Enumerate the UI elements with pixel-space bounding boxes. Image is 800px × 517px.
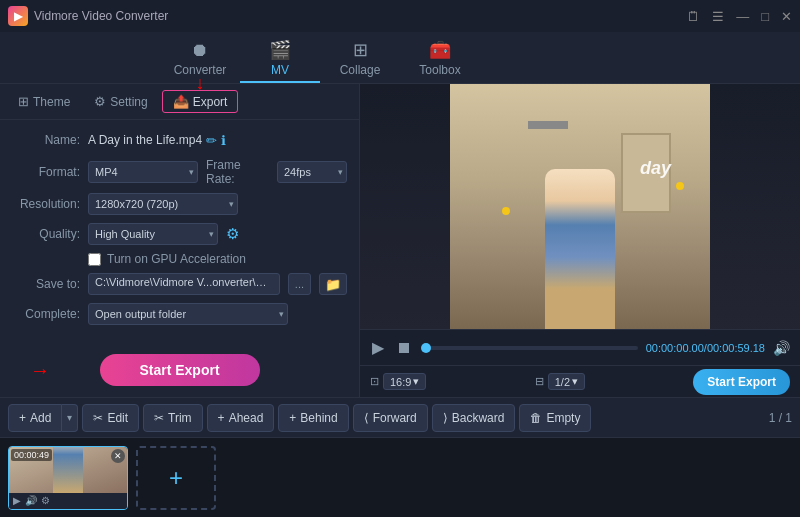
forward-button[interactable]: ⟨ Forward (353, 404, 428, 432)
start-export-small-button[interactable]: Start Export (693, 369, 790, 395)
format-select-wrapper: MP4 (88, 161, 198, 183)
info-icon[interactable]: ℹ (221, 133, 226, 148)
tab-toolbox[interactable]: 🧰 Toolbox (400, 35, 480, 83)
trim-button[interactable]: ✂ Trim (143, 404, 203, 432)
subtab-export-label: Export (193, 95, 228, 109)
video-center: day (450, 84, 710, 329)
subtab-setting-label: Setting (110, 95, 147, 109)
format-select[interactable]: MP4 (88, 161, 198, 183)
video-dot-left (502, 207, 510, 215)
ratio-icon: ⊡ (370, 375, 379, 388)
trash-icon: 🗑 (530, 411, 542, 425)
tab-mv[interactable]: 🎬 MV (240, 35, 320, 83)
ahead-button[interactable]: + Ahead (207, 404, 275, 432)
add-clip-button[interactable]: + (136, 446, 216, 510)
add-button[interactable]: + Add (8, 404, 62, 432)
video-left-blur (360, 84, 450, 329)
title-bar-right: 🗒 ☰ — □ ✕ (687, 9, 792, 24)
add-dropdown-button[interactable]: ▾ (62, 404, 78, 432)
resolution-row: Resolution: 1280x720 (720p) (12, 192, 347, 216)
video-day-text: day (640, 158, 671, 179)
converter-icon: ⏺ (191, 40, 209, 61)
right-panel: day ▶ ⏹ 00:00:00.00/00:00:59.18 🔊 ⊡ 16 (360, 84, 800, 397)
video-dot-right (676, 182, 684, 190)
time-display: 00:00:00.00/00:00:59.18 (646, 342, 765, 354)
quality-row: Quality: High Quality ⚙ (12, 222, 347, 246)
sub-tabs: ⊞ Theme ⚙ Setting ↓ 📤 Export (0, 84, 359, 120)
complete-select-wrapper: Open output folder (88, 303, 288, 325)
collage-icon: ⊞ (353, 39, 368, 61)
trim-icon: ✂ (154, 411, 164, 425)
gpu-label: Turn on GPU Acceleration (107, 252, 246, 266)
start-export-main-button[interactable]: Start Export (100, 354, 260, 386)
forward-icon: ⟨ (364, 411, 369, 425)
stop-button[interactable]: ⏹ (394, 337, 414, 359)
timeline: 00:00:49 ✕ ▶ 🔊 ⚙ + (0, 437, 800, 517)
menu-icon[interactable]: ☰ (712, 9, 724, 24)
ratio-selector: ⊡ 16:9 ▾ (370, 373, 426, 390)
resolution-select-wrapper: 1280x720 (720p) (88, 193, 238, 215)
saveto-folder-button[interactable]: 📁 (319, 273, 347, 295)
framerate-select[interactable]: 24fps (277, 161, 347, 183)
progress-bar[interactable] (422, 346, 638, 350)
progress-dot (421, 343, 431, 353)
arrow-right-icon: → (30, 359, 50, 382)
note-icon[interactable]: 🗒 (687, 9, 700, 24)
tab-mv-label: MV (271, 63, 289, 77)
format-row: Format: MP4 Frame Rate: 24fps (12, 158, 347, 186)
gpu-row: Turn on GPU Acceleration (12, 252, 347, 266)
backward-button[interactable]: ⟩ Backward (432, 404, 516, 432)
edit-icon[interactable]: ✏ (206, 133, 217, 148)
maximize-button[interactable]: □ (761, 9, 769, 24)
clip-person (53, 446, 83, 493)
page-selector: ⊟ 1/2 ▾ (535, 373, 585, 390)
clip-play-icon[interactable]: ▶ (13, 495, 21, 506)
clip-volume-icon[interactable]: 🔊 (25, 495, 37, 506)
page-icon: ⊟ (535, 375, 544, 388)
edit-button[interactable]: ✂ Edit (82, 404, 139, 432)
name-label: Name: (12, 133, 80, 147)
clip-controls: ▶ 🔊 ⚙ (9, 493, 127, 509)
video-sub-controls: ⊡ 16:9 ▾ ⊟ 1/2 ▾ Start Export (360, 365, 800, 397)
resolution-label: Resolution: (12, 197, 80, 211)
export-icon: 📤 (173, 94, 189, 109)
complete-select[interactable]: Open output folder (88, 303, 288, 325)
video-person (545, 169, 615, 329)
saveto-path: C:\Vidmore\Vidmore V...onverter\MV Expor… (88, 273, 280, 295)
complete-row: Complete: Open output folder (12, 302, 347, 326)
play-button[interactable]: ▶ (370, 336, 386, 359)
theme-icon: ⊞ (18, 94, 29, 109)
quality-select[interactable]: High Quality (88, 223, 218, 245)
edit-icon: ✂ (93, 411, 103, 425)
page-count: 1 / 1 (769, 411, 792, 425)
tab-collage[interactable]: ⊞ Collage (320, 35, 400, 83)
form-area: Name: A Day in the Life.mp4 ✏ ℹ Format: … (0, 120, 359, 334)
name-value: A Day in the Life.mp4 ✏ ℹ (88, 133, 226, 148)
subtab-export[interactable]: ↓ 📤 Export (162, 90, 239, 113)
subtab-theme[interactable]: ⊞ Theme (8, 91, 80, 112)
page-button[interactable]: 1/2 ▾ (548, 373, 585, 390)
clip-close-button[interactable]: ✕ (111, 449, 125, 463)
close-button[interactable]: ✕ (781, 9, 792, 24)
name-row: Name: A Day in the Life.mp4 ✏ ℹ (12, 128, 347, 152)
toolbox-icon: 🧰 (429, 39, 451, 61)
behind-icon: + (289, 411, 296, 425)
quality-label: Quality: (12, 227, 80, 241)
resolution-select[interactable]: 1280x720 (720p) (88, 193, 238, 215)
volume-icon[interactable]: 🔊 (773, 340, 790, 356)
clip-settings-icon[interactable]: ⚙ (41, 495, 50, 506)
video-content: day (450, 84, 710, 329)
gpu-checkbox[interactable] (88, 253, 101, 266)
saveto-dots-button[interactable]: ... (288, 273, 311, 295)
video-right-blur (710, 84, 800, 329)
title-bar-left: ▶ Vidmore Video Converter (8, 6, 168, 26)
app-title: Vidmore Video Converter (34, 9, 168, 23)
saveto-label: Save to: (12, 277, 80, 291)
behind-button[interactable]: + Behind (278, 404, 348, 432)
minimize-button[interactable]: — (736, 9, 749, 24)
ratio-button[interactable]: 16:9 ▾ (383, 373, 426, 390)
subtab-setting[interactable]: ⚙ Setting (84, 91, 157, 112)
quality-gear-icon[interactable]: ⚙ (226, 225, 239, 243)
empty-button[interactable]: 🗑 Empty (519, 404, 591, 432)
quality-select-wrapper: High Quality (88, 223, 218, 245)
